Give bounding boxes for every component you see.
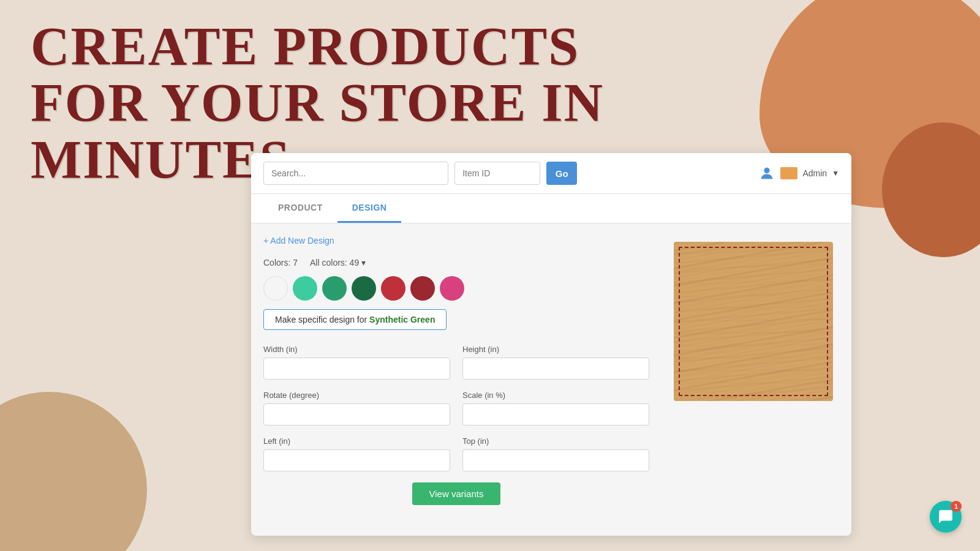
item-id-input[interactable] — [454, 162, 540, 185]
colors-count-label: Colors: 7 — [263, 258, 298, 268]
swatch-teal-light[interactable] — [293, 276, 317, 301]
left-input[interactable] — [263, 449, 450, 471]
rotate-input[interactable] — [263, 403, 450, 425]
scale-input[interactable] — [462, 403, 649, 425]
top-label: Top (in) — [462, 437, 649, 446]
rotate-label: Rotate (degree) — [263, 391, 450, 400]
search-input[interactable] — [263, 162, 448, 185]
tabs-bar: PRODUCT DESIGN — [251, 194, 851, 223]
swatch-dark-green[interactable] — [352, 276, 376, 301]
view-variants-button[interactable]: View variants — [412, 482, 501, 505]
width-label: Width (in) — [263, 345, 450, 354]
user-area: Admin ▼ — [758, 165, 839, 182]
add-design-link[interactable]: + Add New Design — [263, 236, 649, 246]
height-field: Height (in) — [462, 345, 649, 380]
height-input[interactable] — [462, 358, 649, 380]
all-colors-chevron: ▾ — [361, 258, 366, 268]
go-button[interactable]: Go — [546, 162, 577, 185]
width-input[interactable] — [263, 358, 450, 380]
top-input[interactable] — [462, 449, 649, 471]
admin-label: Admin — [802, 168, 827, 178]
header-bar: Go Admin ▼ — [251, 153, 851, 194]
tab-product[interactable]: PRODUCT — [263, 194, 337, 223]
width-field: Width (in) — [263, 345, 450, 380]
chat-badge: 1 — [951, 501, 962, 512]
swatch-pink[interactable] — [440, 276, 464, 301]
all-colors-label: All colors: 49 — [310, 258, 359, 268]
content-area: + Add New Design Colors: 7 All colors: 4… — [251, 223, 851, 517]
chevron-down-icon[interactable]: ▼ — [832, 169, 839, 178]
scale-label: Scale (in %) — [462, 391, 649, 400]
bg-circle-left — [0, 392, 147, 551]
form-row-2: Rotate (degree) Scale (in %) — [263, 391, 649, 425]
swatch-teal-dark[interactable] — [322, 276, 347, 301]
right-panel — [668, 236, 839, 505]
dashed-border — [679, 247, 828, 396]
form-row-1: Width (in) Height (in) — [263, 345, 649, 380]
user-icon — [758, 165, 775, 182]
swatch-dark-red[interactable] — [410, 276, 435, 301]
left-panel: + Add New Design Colors: 7 All colors: 4… — [263, 236, 649, 505]
wood-preview — [674, 242, 833, 401]
colors-row: Colors: 7 All colors: 49 ▾ — [263, 258, 649, 268]
color-swatches — [263, 276, 649, 301]
all-colors-button[interactable]: All colors: 49 ▾ — [310, 258, 366, 268]
specific-design-button[interactable]: Make specific design for Synthetic Green — [263, 309, 447, 330]
specific-design-text: Make specific design for — [275, 315, 369, 324]
chat-icon — [938, 509, 954, 525]
specific-design-color: Synthetic Green — [369, 315, 435, 324]
swatch-white[interactable] — [263, 276, 288, 301]
swatch-red[interactable] — [381, 276, 405, 301]
top-field: Top (in) — [462, 437, 649, 471]
app-panel: Go Admin ▼ PRODUCT DESIGN + Add New Desi… — [251, 153, 851, 536]
user-color-block — [780, 167, 797, 179]
left-label: Left (in) — [263, 437, 450, 446]
tab-design[interactable]: DESIGN — [337, 194, 402, 223]
chat-button[interactable]: 1 — [930, 501, 962, 533]
height-label: Height (in) — [462, 345, 649, 354]
left-field: Left (in) — [263, 437, 450, 471]
scale-field: Scale (in %) — [462, 391, 649, 425]
form-row-3: Left (in) Top (in) — [263, 437, 649, 471]
svg-point-0 — [764, 168, 770, 173]
rotate-field: Rotate (degree) — [263, 391, 450, 425]
